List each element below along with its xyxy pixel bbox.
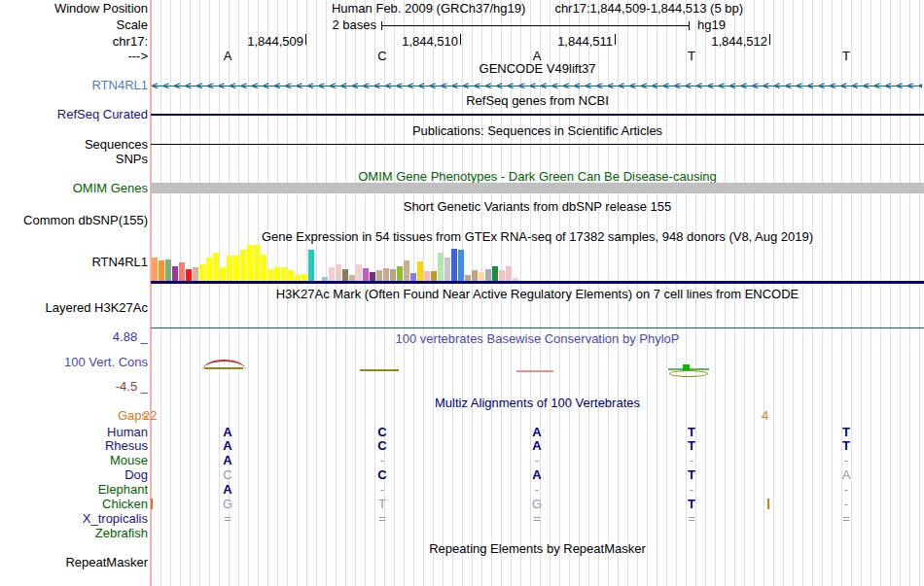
track-label-sequences[interactable]: Sequences (0, 138, 148, 151)
alignment-base[interactable]: = (682, 512, 701, 525)
gtex-expression-bar[interactable] (465, 275, 471, 281)
gtex-expression-bar[interactable] (295, 275, 301, 281)
alignment-base[interactable]: A (527, 468, 547, 481)
gtex-expression-bar[interactable] (213, 253, 219, 281)
gtex-expression-bar[interactable] (206, 258, 212, 281)
gtex-expression-bar[interactable] (499, 270, 505, 281)
gtex-expression-bar[interactable] (199, 264, 205, 281)
species-label-mouse[interactable]: Mouse (0, 454, 148, 466)
refseq-gene-line[interactable] (151, 114, 924, 116)
gencode-transcript-line[interactable]: <<<<<<<<<<<<<<<<<<<<<<<<<<<<<<<<<<<<<<<<… (152, 80, 922, 92)
track-label-gtex-gene[interactable]: RTN4RL1 (0, 256, 148, 268)
track-label-gaps[interactable]: Gaps (0, 409, 148, 422)
alignment-base[interactable]: G (527, 498, 547, 510)
species-label-x_tropicalis[interactable]: X_tropicalis (0, 512, 148, 525)
alignment-base[interactable]: T (682, 426, 701, 438)
alignment-base[interactable]: T (836, 426, 856, 438)
gtex-expression-bar[interactable] (506, 266, 512, 281)
alignment-base[interactable]: = (527, 512, 547, 525)
publications-line[interactable] (151, 144, 924, 145)
gtex-expression-bar[interactable] (308, 250, 314, 281)
gtex-expression-bar[interactable] (281, 267, 287, 281)
track-label-refseq-curated[interactable]: RefSeq Curated (0, 108, 148, 121)
alignment-base[interactable]: - (527, 483, 547, 496)
alignment-base[interactable]: - (836, 498, 856, 510)
alignment-base[interactable]: - (373, 454, 392, 466)
track-label-layered-h3k27ac[interactable]: Layered H3K27Ac (0, 301, 148, 314)
species-label-zebrafish[interactable]: Zebrafish (0, 527, 148, 539)
gtex-expression-bar[interactable] (322, 277, 328, 281)
gtex-expression-bar[interactable] (267, 269, 273, 281)
alignment-base[interactable]: A (218, 439, 237, 452)
phylop-ellipse-mark[interactable] (669, 370, 708, 377)
alignment-base[interactable]: A (527, 439, 547, 452)
gtex-expression-bar[interactable] (431, 271, 437, 281)
gtex-expression-bar[interactable] (254, 245, 260, 281)
gtex-expression-bar[interactable] (193, 267, 198, 281)
species-label-dog[interactable]: Dog (0, 468, 148, 481)
omim-gene-bar[interactable] (151, 183, 924, 193)
gtex-expression-bar[interactable] (485, 269, 491, 281)
alignment-base[interactable]: C (373, 439, 392, 452)
gtex-expression-bar[interactable] (172, 266, 178, 281)
gtex-expression-bar[interactable] (410, 273, 416, 281)
gtex-expression-bar[interactable] (417, 261, 423, 281)
gtex-expression-bar[interactable] (179, 262, 185, 281)
phylop-line-mark[interactable] (360, 369, 399, 371)
gtex-expression-bar[interactable] (472, 270, 478, 281)
gtex-expression-bar[interactable] (329, 267, 335, 281)
track-label-gencode-gene[interactable]: RTN4RL1 (0, 79, 148, 91)
species-label-chicken[interactable]: Chicken (0, 498, 148, 510)
track-label-100-vert-cons[interactable]: 100 Vert. Cons (0, 356, 148, 368)
gtex-expression-bar[interactable] (152, 258, 158, 281)
alignment-base[interactable]: C (373, 426, 392, 438)
gtex-expression-bar[interactable] (240, 250, 246, 281)
gtex-expression-bar[interactable] (404, 260, 409, 281)
alignment-base[interactable]: - (682, 454, 701, 466)
gtex-expression-bar[interactable] (220, 267, 226, 281)
species-label-human[interactable]: Human (0, 426, 148, 438)
alignment-base[interactable]: - (682, 483, 701, 496)
gtex-expression-bar[interactable] (424, 271, 430, 281)
gtex-expression-bar[interactable] (288, 270, 294, 281)
gtex-expression-bar[interactable] (438, 253, 444, 281)
alignment-base[interactable]: A (836, 468, 856, 481)
gtex-expression-bar[interactable] (356, 264, 362, 281)
species-label-elephant[interactable]: Elephant (0, 483, 148, 496)
gtex-expression-bar[interactable] (233, 256, 239, 281)
alignment-base[interactable]: T (836, 439, 856, 452)
alignment-base[interactable]: T (373, 498, 392, 510)
alignment-base[interactable]: - (527, 454, 547, 466)
gtex-expression-bar[interactable] (492, 266, 498, 281)
gtex-expression-bar[interactable] (247, 245, 253, 281)
alignment-base[interactable]: C (373, 468, 392, 481)
alignment-base[interactable]: G (218, 498, 237, 510)
gtex-expression-bar[interactable] (159, 260, 164, 281)
alignment-base[interactable]: A (527, 426, 547, 438)
gtex-expression-bar[interactable] (261, 255, 267, 281)
gtex-expression-bar[interactable] (363, 268, 369, 281)
alignment-base[interactable]: = (218, 512, 237, 525)
gtex-expression-bar[interactable] (444, 258, 450, 281)
alignment-base[interactable]: T (682, 498, 701, 510)
gtex-expression-bar[interactable] (376, 270, 382, 281)
species-label-rhesus[interactable]: Rhesus (0, 439, 148, 452)
track-label-common-dbsnp[interactable]: Common dbSNP(155) (0, 214, 148, 226)
alignment-base[interactable]: = (373, 512, 392, 525)
alignment-base[interactable]: C (218, 468, 237, 481)
alignment-base[interactable]: = (836, 512, 856, 525)
gtex-expression-bar[interactable] (302, 274, 307, 281)
gtex-expression-bar[interactable] (370, 272, 375, 281)
alignment-base[interactable]: T (682, 439, 701, 452)
alignment-base[interactable]: A (218, 483, 237, 496)
alignment-base[interactable]: - (836, 483, 856, 496)
gtex-expression-bar[interactable] (513, 278, 518, 281)
gtex-expression-bar[interactable] (458, 250, 464, 281)
gtex-expression-bar[interactable] (349, 275, 355, 281)
gtex-expression-bar[interactable] (390, 269, 396, 281)
gtex-expression-bar[interactable] (186, 269, 192, 281)
alignment-base[interactable]: - (373, 483, 392, 496)
alignment-base[interactable]: - (836, 454, 856, 466)
gtex-expression-bar[interactable] (383, 268, 389, 281)
gtex-expression-bar[interactable] (397, 266, 403, 281)
